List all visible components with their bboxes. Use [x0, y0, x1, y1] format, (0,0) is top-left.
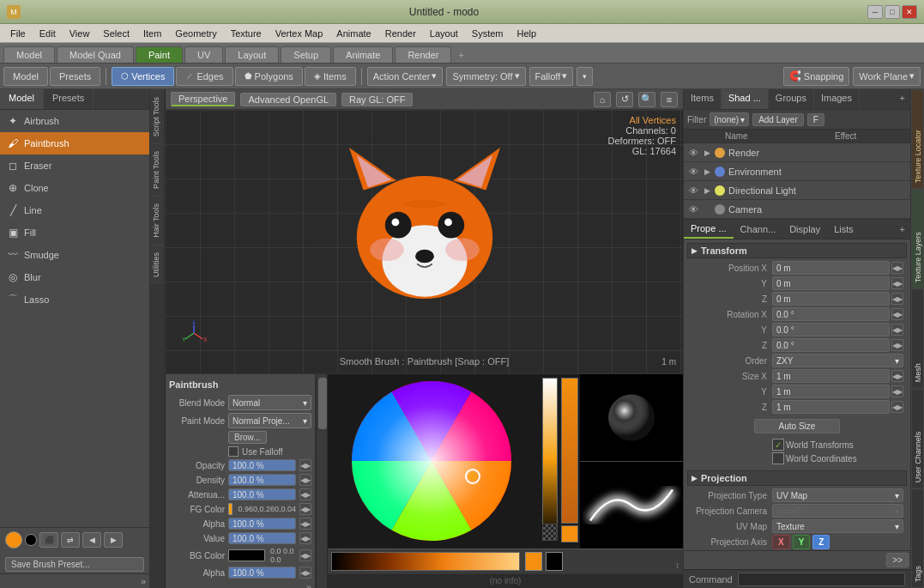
left-tab-presets[interactable]: Presets: [44, 89, 94, 109]
bg-color-picker[interactable]: [228, 549, 265, 561]
fg-value-arrow[interactable]: ◀▶: [299, 532, 311, 544]
tool-airbrush[interactable]: ✦ Airbrush: [0, 110, 149, 132]
paint-tools-strip[interactable]: Paint Tools: [150, 143, 164, 196]
action-center-dropdown[interactable]: Action Center ▾: [367, 67, 444, 86]
tags-strip[interactable]: Tags: [911, 488, 924, 588]
axis-x-button[interactable]: X: [772, 535, 790, 549]
command-input[interactable]: [738, 573, 905, 586]
menu-select[interactable]: Select: [96, 27, 136, 40]
rotation-x-arrow[interactable]: ◀▶: [891, 308, 903, 320]
scroll-thumb[interactable]: [318, 378, 327, 429]
tab-render[interactable]: Render: [395, 46, 451, 63]
size-z-input[interactable]: 1 m: [772, 400, 890, 414]
menu-layout[interactable]: Layout: [423, 27, 465, 40]
layer-environment[interactable]: 👁 ▶ Environment: [684, 162, 910, 181]
layer-visibility-icon[interactable]: 👁: [687, 147, 699, 159]
viewport-rotate-button[interactable]: ↺: [616, 92, 633, 107]
tool-smudge[interactable]: 〰 Smudge: [0, 244, 149, 266]
bg-color-swatch[interactable]: [25, 534, 37, 546]
world-coordinates-checkbox[interactable]: [772, 452, 784, 464]
add-layer-button[interactable]: Add Layer: [752, 113, 804, 126]
hue-gradient-bar[interactable]: [331, 552, 520, 571]
paint-mode-dropdown[interactable]: Normal Proje... ▾: [228, 413, 311, 428]
tab-uv[interactable]: UV: [184, 46, 223, 63]
f-button[interactable]: F: [807, 113, 824, 126]
work-plane-dropdown[interactable]: Work Plane ▾: [853, 67, 921, 86]
density-arrow[interactable]: ◀▶: [299, 474, 311, 486]
bg-color-arrow[interactable]: ◀▶: [299, 549, 311, 561]
user-channels-strip[interactable]: User Channels: [911, 389, 924, 488]
tab-lists[interactable]: Lists: [827, 221, 861, 238]
texture-locator-strip[interactable]: Texture Locator: [911, 89, 924, 189]
tab-paint[interactable]: Paint: [136, 46, 183, 63]
advanced-opengl-btn[interactable]: Advanced OpenGL: [240, 93, 336, 106]
fg-color-arrow[interactable]: ◀▶: [299, 503, 311, 515]
size-y-input[interactable]: 1 m: [772, 385, 890, 398]
layer-expand-icon[interactable]: ▶: [703, 167, 711, 176]
utilities-strip[interactable]: Utilities: [150, 245, 164, 284]
tool-blur[interactable]: ◎ Blur: [0, 266, 149, 288]
minimize-button[interactable]: ─: [867, 5, 883, 19]
projection-type-dropdown[interactable]: UV Map ▾: [772, 488, 903, 502]
position-z-arrow[interactable]: ◀▶: [891, 293, 903, 305]
tab-display[interactable]: Display: [782, 221, 827, 238]
prev-brush-button[interactable]: ◀: [82, 532, 101, 548]
tab-layout[interactable]: Layout: [225, 46, 279, 63]
paint-tools-expand-button[interactable]: »: [306, 582, 311, 588]
tab-model-quad[interactable]: Model Quad: [57, 46, 134, 63]
position-y-arrow[interactable]: ◀▶: [891, 277, 903, 289]
layer-expand-icon[interactable]: ▶: [703, 186, 711, 195]
left-panel-expand-button[interactable]: »: [141, 576, 146, 586]
menu-texture[interactable]: Texture: [224, 27, 269, 40]
bg-alpha-arrow[interactable]: ◀▶: [299, 567, 311, 579]
save-brush-preset-button[interactable]: Save Brush Preset...: [5, 557, 144, 572]
snapping-dropdown[interactable]: 🧲 Snapping: [783, 67, 850, 86]
menu-vertex-map[interactable]: Vertex Map: [269, 27, 330, 40]
opacity-arrow[interactable]: ◀▶: [299, 459, 311, 471]
fg-color-swatch[interactable]: [5, 531, 22, 549]
menu-item[interactable]: Item: [136, 27, 168, 40]
rotation-y-input[interactable]: 0.0 °: [772, 323, 890, 336]
size-z-arrow[interactable]: ◀▶: [891, 401, 903, 413]
use-falloff-checkbox[interactable]: [228, 446, 239, 457]
browse-button[interactable]: Brow...: [228, 431, 267, 444]
tab-setup[interactable]: Setup: [281, 46, 331, 63]
swap-colors-button[interactable]: ⇄: [61, 532, 80, 548]
world-transforms-checkbox[interactable]: ✓: [772, 439, 784, 451]
tool-eraser[interactable]: ◻ Eraser: [0, 155, 149, 177]
menu-render[interactable]: Render: [378, 27, 423, 40]
tab-shaders[interactable]: Shad ...: [722, 89, 769, 109]
layer-directional-light[interactable]: 👁 ▶ Directional Light: [684, 181, 910, 200]
add-workspace-tab-button[interactable]: +: [453, 47, 468, 63]
rotation-y-arrow[interactable]: ◀▶: [891, 324, 903, 336]
attenuation-slider[interactable]: 100.0 %: [228, 488, 296, 500]
tab-animate[interactable]: Animate: [333, 46, 393, 63]
viewport-search-button[interactable]: 🔍: [638, 92, 655, 107]
layer-expand-icon[interactable]: ▶: [703, 149, 711, 157]
close-button[interactable]: ✕: [902, 5, 917, 19]
script-tools-strip[interactable]: Script Tools: [150, 89, 164, 143]
symmetry-dropdown[interactable]: Symmetry: Off ▾: [446, 67, 525, 86]
auto-size-button[interactable]: Auto Size: [754, 419, 840, 433]
tab-groups[interactable]: Groups: [769, 89, 814, 109]
edges-mode-btn[interactable]: ⟋ Edges: [176, 67, 233, 86]
attenuation-arrow[interactable]: ◀▶: [299, 488, 311, 500]
projection-camera-dropdown[interactable]: (none) ▾: [772, 504, 903, 518]
fg-value-slider[interactable]: 100.0 %: [228, 532, 296, 544]
falloff-dropdown[interactable]: Falloff ▾: [529, 67, 574, 86]
falloff-extra-btn[interactable]: ▾: [577, 67, 593, 86]
add-props-tab-button[interactable]: +: [895, 221, 910, 238]
menu-edit[interactable]: Edit: [33, 27, 63, 40]
fg-alpha-slider[interactable]: 100.0 %: [228, 518, 296, 530]
density-slider[interactable]: 100.0 %: [228, 474, 296, 486]
maximize-button[interactable]: □: [885, 5, 900, 19]
fg-alpha-arrow[interactable]: ◀▶: [299, 518, 311, 530]
items-mode-btn[interactable]: ◈ Items: [305, 67, 356, 86]
layer-visibility-icon[interactable]: 👁: [687, 203, 699, 215]
right-expand-button[interactable]: >>: [886, 553, 909, 567]
tab-items[interactable]: Items: [684, 89, 722, 109]
tab-model[interactable]: Model: [3, 46, 55, 63]
presets-tab-btn[interactable]: Presets: [50, 67, 100, 86]
tool-lasso[interactable]: ⌒ Lasso: [0, 288, 149, 311]
rotation-z-arrow[interactable]: ◀▶: [891, 339, 903, 351]
